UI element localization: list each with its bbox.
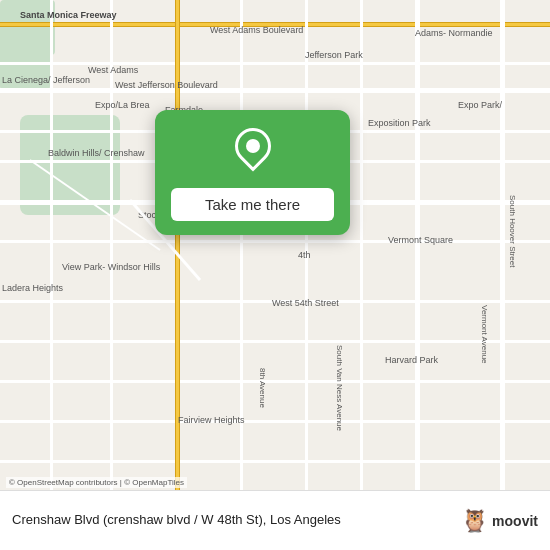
road-h11 xyxy=(0,420,550,423)
label-jefferson-park: Jefferson Park xyxy=(305,50,363,60)
moovit-owl-icon: 🦉 xyxy=(461,508,488,534)
label-expo-park: Expo Park/ xyxy=(458,100,502,110)
label-ladera: Ladera Heights xyxy=(2,283,63,293)
bottom-bar: Crenshaw Blvd (crenshaw blvd / W 48th St… xyxy=(0,490,550,550)
location-name: Crenshaw Blvd (crenshaw blvd / W 48th St… xyxy=(12,512,461,529)
label-west-jefferson-blvd: West Jefferson Boulevard xyxy=(115,80,218,90)
label-south-hoover: South Hoover Street xyxy=(508,195,517,267)
road-h2 xyxy=(0,62,550,65)
label-harvard-park: Harvard Park xyxy=(385,355,438,365)
label-expo-la-brea: Expo/La Brea xyxy=(95,100,150,110)
label-4th: 4th xyxy=(298,250,311,260)
label-view-park: View Park- Windsor Hills xyxy=(62,262,160,274)
label-baldwin-hills: Baldwin Hills/ Crenshaw xyxy=(48,148,145,160)
map-background xyxy=(0,0,550,490)
label-van-ness: South Van Ness Avenue xyxy=(335,345,344,431)
road-h12 xyxy=(0,460,550,463)
road-v6 xyxy=(360,0,363,490)
label-exposition-park: Exposition Park xyxy=(368,118,431,128)
label-freeway: Santa Monica Freeway xyxy=(20,10,117,20)
label-8th-ave: 8th Avenue xyxy=(258,368,267,408)
road-h10 xyxy=(0,380,550,383)
take-me-there-button[interactable]: Take me there xyxy=(171,188,334,221)
road-v5 xyxy=(305,0,308,490)
label-w-54th: West 54th Street xyxy=(272,298,339,308)
location-pin xyxy=(227,121,278,172)
label-vermont-ave: Vermont Avenue xyxy=(480,305,489,364)
label-la-cienega: La Cienega/ Jefferson xyxy=(2,75,90,86)
road-h3 xyxy=(0,88,550,93)
road-h9 xyxy=(0,340,550,343)
label-adams-normandie: Adams- Normandie xyxy=(415,28,493,39)
label-fairview: Fairview Heights xyxy=(178,415,245,425)
label-west-adams-blvd: West Adams Boulevard xyxy=(210,25,303,35)
road-v7 xyxy=(415,0,420,490)
label-west-adams: West Adams xyxy=(88,65,138,75)
popup-card: Take me there xyxy=(155,110,350,235)
road-v1 xyxy=(50,0,53,490)
moovit-brand-text: moovit xyxy=(492,513,538,529)
moovit-logo: 🦉 moovit xyxy=(461,508,538,534)
map-container: Santa Monica Freeway West Adams Boulevar… xyxy=(0,0,550,490)
pin-wrapper xyxy=(235,128,271,178)
label-vermont-square: Vermont Square xyxy=(388,235,453,245)
road-v8 xyxy=(500,0,505,490)
road-h7 xyxy=(0,240,550,243)
map-attribution: © OpenStreetMap contributors | © OpenMap… xyxy=(6,477,187,488)
